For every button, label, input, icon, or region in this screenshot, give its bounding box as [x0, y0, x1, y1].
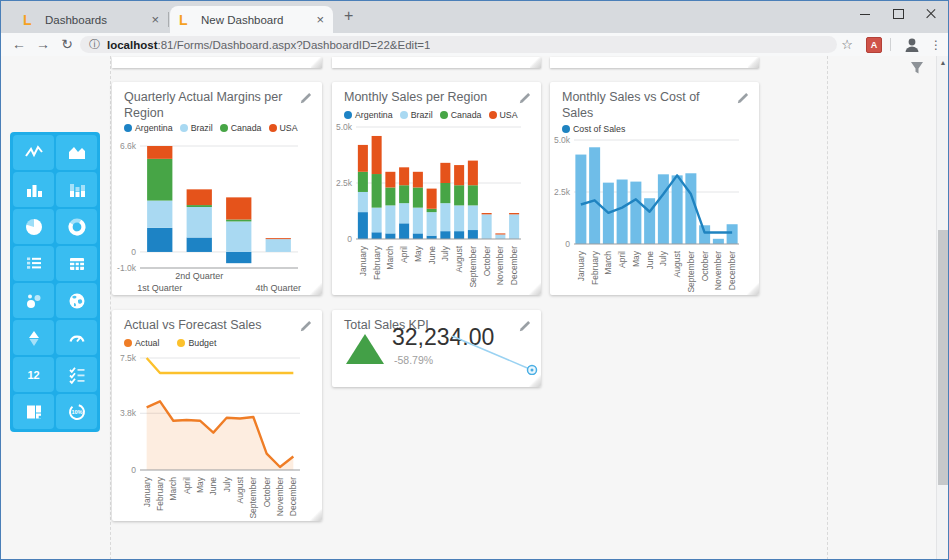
tool-gauge[interactable] — [56, 320, 97, 355]
svg-text:July: July — [658, 250, 668, 266]
tool-bar-chart[interactable] — [13, 172, 54, 207]
edit-pencil-icon[interactable] — [298, 319, 313, 334]
legend-dot — [180, 124, 188, 132]
pdf-extension-icon[interactable]: A — [864, 33, 884, 56]
svg-text:3.8k: 3.8k — [120, 408, 137, 418]
scrollbar-thumb[interactable] — [938, 230, 948, 485]
window-maximize-button[interactable] — [881, 0, 915, 28]
vertical-scrollbar[interactable]: ▲ — [936, 56, 949, 560]
card-fold — [529, 375, 541, 387]
address-bar[interactable]: ⓘ localhost:81/Forms/Dashboard.aspx?Dash… — [80, 36, 837, 53]
bookmark-star-icon[interactable]: ☆ — [836, 33, 858, 56]
svg-text:April: April — [617, 251, 627, 268]
svg-text:March: March — [385, 246, 395, 270]
svg-text:August: August — [672, 250, 682, 277]
tool-pivot-table[interactable] — [56, 246, 97, 281]
widget-quarterly-margins[interactable]: Quarterly Actual Margins per Region Arge… — [112, 82, 322, 295]
svg-text:December: December — [288, 477, 298, 516]
browser-toolbar: ← → ↻ ⓘ localhost:81/Forms/Dashboard.asp… — [0, 33, 949, 57]
svg-text:October: October — [262, 477, 272, 507]
profile-icon[interactable] — [900, 33, 924, 56]
svg-text:May: May — [413, 245, 423, 262]
app-favicon: L — [23, 12, 38, 28]
stacked-bar-chart[interactable]: 6.6k0-1.0k1st Quarter2nd Quarter4th Quar… — [114, 132, 304, 294]
tool-list[interactable] — [13, 246, 54, 281]
svg-text:5.0k: 5.0k — [554, 135, 571, 145]
tool-stacked-bar-chart[interactable] — [56, 172, 97, 207]
widget-sales-vs-cost[interactable]: Monthly Sales vs Cost of Sales Cost of S… — [550, 82, 759, 295]
svg-text:September: September — [686, 251, 696, 293]
tool-treemap[interactable] — [13, 394, 54, 429]
partial-widget[interactable] — [332, 57, 541, 68]
edit-pencil-icon[interactable] — [735, 91, 750, 106]
edit-pencil-icon[interactable] — [517, 319, 532, 334]
edit-pencil-icon[interactable] — [298, 91, 313, 106]
back-button[interactable]: ← — [8, 33, 30, 56]
tool-card[interactable]: 12 — [13, 357, 54, 392]
tool-checklist[interactable] — [56, 357, 97, 392]
tool-donut-chart[interactable] — [56, 209, 97, 244]
tool-pie-chart[interactable] — [13, 209, 54, 244]
tab-dashboards[interactable]: L Dashboards × — [14, 6, 168, 33]
svg-text:2nd Quarter: 2nd Quarter — [175, 271, 223, 281]
tool-range-filter[interactable] — [13, 320, 54, 355]
partial-widget[interactable] — [112, 57, 322, 68]
partial-widget[interactable] — [550, 57, 759, 68]
browser-menu-icon[interactable]: ⋮ — [926, 33, 946, 56]
scatter-chart-icon — [24, 291, 44, 311]
kpi-up-triangle-icon — [346, 334, 384, 364]
percent-label: 10% — [71, 409, 82, 415]
tab-close-icon[interactable]: × — [316, 12, 324, 27]
legend-dot — [124, 124, 132, 132]
scroll-up-arrow[interactable]: ▲ — [937, 56, 949, 68]
page-info-icon[interactable]: ⓘ — [89, 37, 100, 52]
card-icon: 12 — [27, 369, 39, 381]
refresh-button[interactable]: ↻ — [56, 33, 78, 56]
svg-text:September: September — [468, 246, 478, 288]
svg-text:December: December — [509, 246, 519, 285]
svg-text:February: February — [590, 250, 600, 285]
card-fold — [311, 57, 322, 68]
widget-monthly-sales-region[interactable]: Monthly Sales per Region ArgentinaBrazil… — [332, 82, 541, 295]
checklist-icon — [67, 365, 87, 385]
new-tab-button[interactable]: + — [344, 7, 353, 25]
svg-text:6.6k: 6.6k — [120, 141, 137, 151]
window-close-button[interactable] — [914, 0, 948, 28]
kpi-value: 32,234.00 — [392, 324, 494, 351]
app-favicon: L — [179, 12, 194, 28]
filter-icon[interactable] — [908, 59, 926, 77]
tool-line-chart[interactable] — [13, 135, 54, 170]
widget-total-sales-kpi[interactable]: Total Sales KPI 32,234.00 -58.79% — [332, 310, 541, 387]
tool-scatter-chart[interactable] — [13, 283, 54, 318]
tab-close-icon[interactable]: × — [151, 12, 159, 27]
svg-text:February: February — [155, 476, 165, 511]
forward-button[interactable]: → — [32, 33, 54, 56]
tab-divider — [168, 12, 169, 27]
svg-text:4th Quarter: 4th Quarter — [255, 283, 301, 293]
svg-text:0: 0 — [131, 465, 136, 475]
svg-text:March: March — [168, 477, 178, 501]
tool-area-chart[interactable] — [56, 135, 97, 170]
tab-new-dashboard[interactable]: L New Dashboard × — [170, 6, 333, 33]
list-icon — [24, 254, 44, 274]
widget-actual-vs-forecast[interactable]: Actual vs Forecast Sales ActualBudget 7.… — [112, 310, 322, 521]
line-chart[interactable]: 7.5k3.8k0JanuaryFebruaryMarchAprilMayJun… — [114, 344, 304, 521]
card-fold — [310, 509, 322, 521]
area-chart-icon — [67, 143, 87, 163]
toolbar-divider — [890, 38, 891, 51]
stacked-bar-chart[interactable]: 5.0k2.5k0JanuaryFebruaryMarchAprilMayJun… — [334, 112, 523, 292]
svg-text:May: May — [631, 250, 641, 267]
window-minimize-button[interactable] — [848, 0, 882, 28]
gauge-icon — [67, 328, 87, 348]
edit-pencil-icon[interactable] — [517, 91, 532, 106]
svg-text:January: January — [358, 245, 368, 276]
bar-line-chart[interactable]: 5.0k2.5k0JanuaryFebruaryMarchAprilMayJun… — [552, 112, 741, 295]
tool-percent-gauge[interactable]: 10% — [56, 394, 97, 429]
svg-text:1st Quarter: 1st Quarter — [137, 283, 182, 293]
svg-text:7.5k: 7.5k — [120, 353, 137, 363]
pie-chart-icon — [24, 217, 44, 237]
legend-dot — [220, 124, 228, 132]
tool-map[interactable] — [56, 283, 97, 318]
svg-text:September: September — [248, 477, 258, 519]
person-icon — [903, 36, 921, 54]
